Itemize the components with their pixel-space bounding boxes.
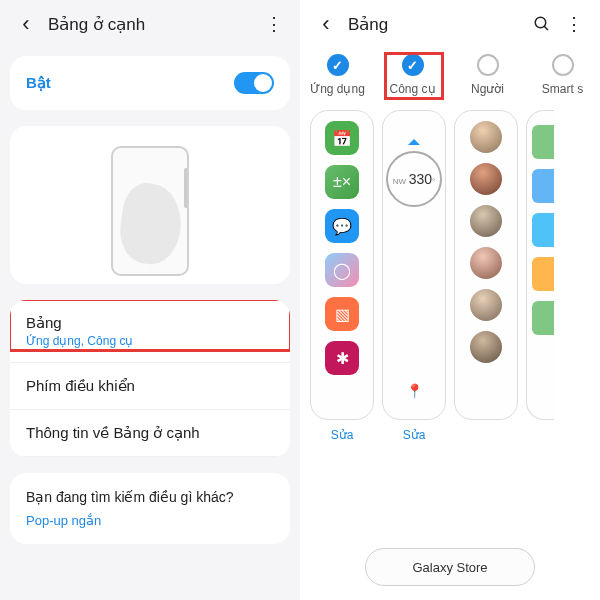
tab-check-icon	[327, 54, 349, 76]
tab-apps[interactable]: Ứng dụng	[305, 54, 371, 96]
phone-preview-card	[10, 126, 290, 284]
svg-line-1	[544, 26, 548, 30]
smart-tile	[532, 257, 554, 291]
panel-people-column[interactable]	[454, 110, 518, 536]
menu-item-title: Phím điều khiển	[26, 377, 274, 395]
settings-screen: ‹ Bảng ở cạnh ⋮ Bật Bảng Ứng dụng, Công …	[0, 0, 300, 600]
compass-degrees: 330	[409, 171, 432, 187]
panel-apps-column[interactable]: 📅 ±× 💬 ◯ ▧ ✱ Sửa	[310, 110, 374, 536]
browser-icon: ◯	[325, 253, 359, 287]
master-toggle[interactable]	[234, 72, 274, 94]
settings-menu-list: Bảng Ứng dụng, Công cụ Phím điều khiển T…	[10, 300, 290, 457]
galaxy-store-label: Galaxy Store	[412, 560, 487, 575]
menu-item-about[interactable]: Thông tin về Bảng ở cạnh	[10, 410, 290, 457]
tab-people[interactable]: Người	[455, 54, 521, 96]
panel-previews-area: 📅 ±× 💬 ◯ ▧ ✱ Sửa NW 330° 📍 Sửa	[300, 106, 600, 536]
tab-label: Người	[471, 82, 504, 96]
contact-avatar	[470, 205, 502, 237]
phone-wallpaper-shape	[116, 180, 187, 268]
tab-label: Ứng dụng	[310, 82, 365, 96]
panel-apps-frame: 📅 ±× 💬 ◯ ▧ ✱	[310, 110, 374, 420]
menu-item-panels[interactable]: Bảng Ứng dụng, Công cụ	[10, 300, 290, 363]
back-button[interactable]: ‹	[10, 8, 42, 40]
panel-tools-column[interactable]: NW 330° 📍 Sửa	[382, 110, 446, 536]
panels-screen: ‹ Bảng ⋮ Ứng dụng Công cụ Người Smart s	[300, 0, 600, 600]
compass-icon: NW 330°	[386, 151, 442, 207]
tab-tools[interactable]: Công cụ	[380, 54, 446, 96]
calendar-icon: 📅	[325, 121, 359, 155]
tab-check-icon	[402, 54, 424, 76]
tab-smart[interactable]: Smart s	[530, 54, 596, 96]
contact-avatar	[470, 331, 502, 363]
panel-smart-frame	[526, 110, 554, 420]
smart-tile	[532, 301, 554, 335]
master-toggle-card: Bật	[10, 56, 290, 110]
messages-icon: 💬	[325, 209, 359, 243]
suggestions-card: Bạn đang tìm kiếm điều gì khác? Pop-up n…	[10, 473, 290, 544]
suggestion-link-popup[interactable]: Pop-up ngắn	[26, 513, 274, 528]
page-title: Bảng ở cạnh	[48, 14, 258, 35]
search-icon[interactable]	[526, 8, 558, 40]
menu-item-subtitle: Ứng dụng, Công cụ	[26, 334, 274, 348]
menu-item-title: Bảng	[26, 314, 274, 332]
header-bar: ‹ Bảng ⋮	[300, 0, 600, 48]
suggestion-heading: Bạn đang tìm kiếm điều gì khác?	[26, 489, 274, 505]
menu-item-handle-control[interactable]: Phím điều khiển	[10, 363, 290, 410]
contact-avatar	[470, 121, 502, 153]
toggle-label: Bật	[26, 74, 51, 92]
phone-preview	[111, 146, 189, 276]
settings-icon: ✱	[325, 341, 359, 375]
smart-tile	[532, 213, 554, 247]
notes-icon: ▧	[325, 297, 359, 331]
smart-tile	[532, 125, 554, 159]
contact-avatar	[470, 247, 502, 279]
back-button[interactable]: ‹	[310, 8, 342, 40]
panel-people-frame	[454, 110, 518, 420]
contact-avatar	[470, 289, 502, 321]
compass-direction: NW	[393, 177, 406, 186]
panel-smart-column[interactable]	[526, 110, 554, 536]
header-bar: ‹ Bảng ở cạnh ⋮	[0, 0, 300, 48]
calculator-icon: ±×	[325, 165, 359, 199]
tab-check-icon	[477, 54, 499, 76]
panel-edit-link[interactable]: Sửa	[403, 428, 426, 442]
more-options-icon[interactable]: ⋮	[558, 8, 590, 40]
more-options-icon[interactable]: ⋮	[258, 8, 290, 40]
panel-tools-frame: NW 330° 📍	[382, 110, 446, 420]
menu-item-title: Thông tin về Bảng ở cạnh	[26, 424, 274, 442]
page-title: Bảng	[348, 14, 526, 35]
phone-edge-handle	[184, 168, 188, 208]
galaxy-store-button[interactable]: Galaxy Store	[365, 548, 535, 586]
panel-edit-link[interactable]: Sửa	[331, 428, 354, 442]
tab-label: Công cụ	[389, 82, 435, 96]
tab-check-icon	[552, 54, 574, 76]
panel-tabs: Ứng dụng Công cụ Người Smart s	[300, 48, 600, 106]
location-pin-icon: 📍	[406, 383, 423, 399]
svg-point-0	[535, 17, 546, 28]
smart-tile	[532, 169, 554, 203]
tab-label: Smart s	[542, 82, 583, 96]
contact-avatar	[470, 163, 502, 195]
